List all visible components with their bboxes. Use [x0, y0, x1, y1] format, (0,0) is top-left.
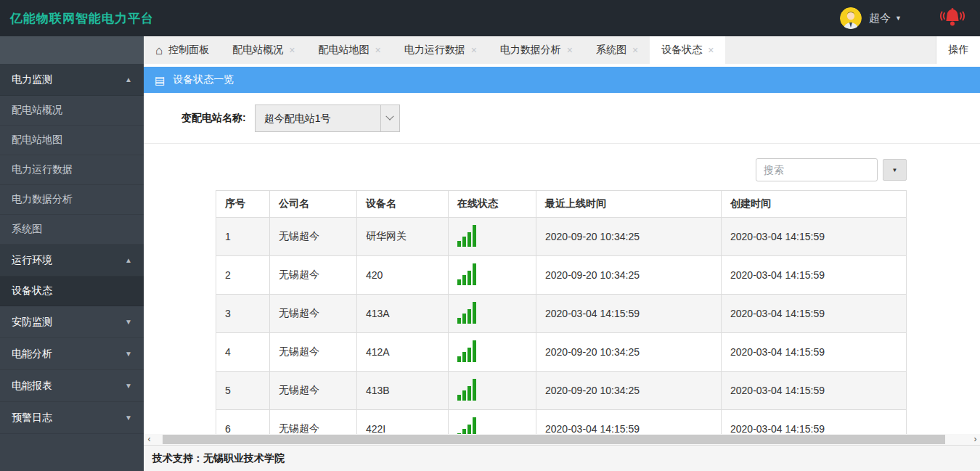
close-icon[interactable]: × — [708, 44, 714, 56]
chevron-up-icon: ▲ — [125, 75, 132, 83]
scroll-right-icon[interactable]: › — [970, 434, 980, 445]
signal-bar — [462, 429, 466, 435]
sidebar-item-3[interactable]: 电力运行数据 — [0, 155, 144, 185]
scroll-left-icon[interactable]: ‹ — [144, 434, 155, 445]
signal-bar — [467, 309, 471, 324]
sidebar-item-label: 电能分析 — [12, 348, 52, 361]
sidebar-item-4[interactable]: 电力数据分析 — [0, 185, 144, 215]
sidebar-item-7[interactable]: 设备状态 — [0, 277, 144, 306]
home-icon: ⌂ — [155, 44, 163, 57]
footer-text: 技术支持：无锡职业技术学院 — [152, 452, 285, 465]
close-icon[interactable]: × — [567, 44, 573, 56]
cell-company: 无锡超今 — [270, 256, 357, 295]
table-header-row: 序号公司名设备名在线状态最近上线时间创建时间 — [216, 191, 907, 218]
layout: 电力监测▲配电站概况配电站地图电力运行数据电力数据分析系统图运行环境▲设备状态安… — [0, 36, 980, 471]
signal-bar — [462, 237, 466, 247]
signal-bar — [462, 275, 466, 285]
cell-last-online: 2020-03-04 14:15:59 — [536, 410, 722, 435]
cell-index: 2 — [216, 256, 270, 295]
scrollbar-track[interactable] — [155, 434, 970, 445]
cell-company: 无锡超今 — [270, 410, 357, 435]
close-icon[interactable]: × — [375, 44, 380, 56]
cell-company: 无锡超今 — [270, 295, 357, 333]
list-icon: ▤ — [155, 75, 165, 86]
signal-bar — [462, 352, 466, 362]
cell-device: 412A — [357, 333, 449, 372]
close-icon[interactable]: × — [632, 44, 638, 56]
signal-bar — [467, 271, 471, 285]
tab-label: 系统图 — [596, 44, 626, 57]
app-title: 亿能物联网智能电力平台 — [10, 10, 154, 27]
cell-status — [449, 256, 536, 295]
avatar-person-icon — [840, 7, 862, 29]
tab-label: 电力运行数据 — [404, 44, 465, 57]
sidebar-menu: 电力监测▲配电站概况配电站地图电力运行数据电力数据分析系统图运行环境▲设备状态安… — [0, 64, 144, 434]
sidebar-item-0[interactable]: 电力监测▲ — [0, 64, 144, 96]
sidebar-item-label: 安防监测 — [12, 316, 52, 329]
sidebar-item-8[interactable]: 安防监测▼ — [0, 306, 144, 338]
table-row: 4无锡超今412A2020-09-20 10:34:252020-03-04 1… — [216, 333, 907, 372]
sidebar-item-label: 配电站概况 — [12, 104, 62, 117]
sidebar-item-10[interactable]: 电能报表▼ — [0, 370, 144, 402]
close-icon[interactable]: × — [471, 44, 477, 56]
sidebar-item-label: 电力监测 — [12, 73, 52, 86]
sidebar-item-5[interactable]: 系统图 — [0, 215, 144, 245]
table-row: 2无锡超今4202020-09-20 10:34:252020-03-04 14… — [216, 256, 907, 295]
cell-company: 无锡超今 — [270, 372, 357, 410]
search-options-button[interactable]: ▼ — [883, 159, 907, 181]
station-select-label: 变配电站名称: — [181, 112, 246, 125]
signal-bar — [473, 417, 476, 435]
horizontal-scrollbar[interactable]: ‹ › — [144, 434, 980, 445]
content: ▤ 设备状态一览 变配电站名称: 超今配电站1号 ▼ — [144, 64, 980, 434]
column-header-created: 创建时间 — [722, 191, 907, 218]
signal-bar — [467, 232, 471, 247]
sidebar-item-6[interactable]: 运行环境▲ — [0, 245, 144, 277]
signal-bar — [457, 356, 461, 362]
tab-6[interactable]: 设备状态× — [650, 36, 725, 64]
cell-status — [449, 218, 536, 256]
signal-bar — [473, 340, 476, 362]
cell-device: 413A — [357, 295, 449, 333]
tab-0[interactable]: ⌂控制面板 — [144, 36, 221, 64]
action-button[interactable]: 操作 — [936, 36, 980, 64]
sidebar-item-9[interactable]: 电能分析▼ — [0, 338, 144, 370]
cell-device: 研华网关 — [357, 218, 449, 256]
cell-last-online: 2020-09-20 10:34:25 — [536, 333, 722, 372]
cell-status — [449, 372, 536, 410]
notification-bell-icon[interactable] — [939, 7, 965, 29]
search-input[interactable] — [756, 158, 878, 181]
tab-2[interactable]: 配电站地图× — [306, 36, 392, 64]
signal-bar — [462, 314, 466, 324]
sidebar-item-2[interactable]: 配电站地图 — [0, 126, 144, 155]
username-label: 超今 — [869, 12, 891, 25]
footer: 技术支持：无锡职业技术学院 — [144, 445, 980, 471]
sidebar-item-label: 设备状态 — [12, 284, 52, 298]
signal-bar — [457, 395, 461, 401]
sidebar-item-1[interactable]: 配电站概况 — [0, 96, 144, 126]
bell-glyph — [939, 7, 965, 29]
panel-header: ▤ 设备状态一览 — [144, 67, 980, 93]
user-avatar[interactable] — [840, 7, 862, 29]
station-select[interactable]: 超今配电站1号 — [255, 105, 400, 132]
tab-4[interactable]: 电力数据分析× — [489, 36, 584, 64]
sidebar-item-11[interactable]: 预警日志▼ — [0, 402, 144, 434]
cell-created: 2020-03-04 14:15:59 — [722, 410, 907, 435]
sidebar-item-label: 电能报表 — [12, 380, 52, 393]
signal-bar — [467, 386, 471, 401]
cell-index: 4 — [216, 333, 270, 372]
cell-created: 2020-03-04 14:15:59 — [722, 218, 907, 256]
scrollbar-thumb[interactable] — [163, 435, 945, 444]
tab-1[interactable]: 配电站概况× — [221, 36, 306, 64]
column-header-status: 在线状态 — [449, 191, 536, 218]
chevron-down-icon: ▼ — [895, 15, 902, 22]
main-area: ⌂控制面板配电站概况×配电站地图×电力运行数据×电力数据分析×系统图×设备状态×… — [144, 36, 980, 471]
chevron-down-icon: ▼ — [125, 350, 132, 358]
user-menu[interactable]: 超今 ▼ — [869, 12, 902, 25]
tab-5[interactable]: 系统图× — [584, 36, 650, 64]
tab-3[interactable]: 电力运行数据× — [393, 36, 489, 64]
sidebar-header — [0, 36, 144, 64]
topbar: 亿能物联网智能电力平台 超今 ▼ — [0, 0, 980, 36]
tab-label: 配电站地图 — [318, 44, 369, 57]
close-icon[interactable]: × — [289, 44, 295, 56]
column-header-device: 设备名 — [357, 191, 449, 218]
